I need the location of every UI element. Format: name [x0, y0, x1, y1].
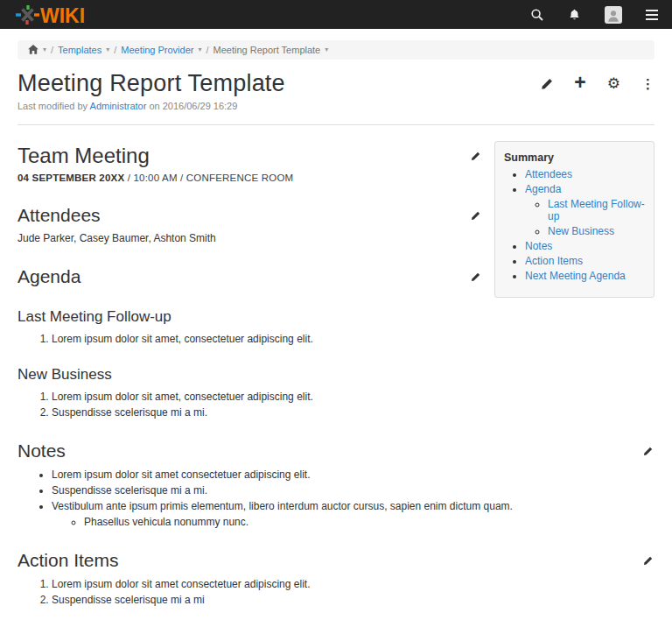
edit-page-button[interactable] — [541, 78, 553, 90]
breadcrumb-separator: / — [206, 45, 208, 55]
section-heading-attendees: Attendees — [18, 205, 101, 226]
edit-section-notes-button[interactable] — [641, 445, 654, 458]
document-content: Summary Attendees Agenda Last Meeting Fo… — [0, 125, 672, 620]
notifications-button[interactable] — [568, 8, 581, 22]
edit-section-team-meeting-button[interactable] — [469, 150, 482, 163]
breadcrumb-templates-caret[interactable]: ▾ — [106, 46, 109, 53]
avatar — [605, 6, 622, 24]
brand-text: WIKI — [40, 4, 85, 26]
pencil-icon — [643, 556, 653, 566]
last-modified-user-link[interactable]: Administrator — [90, 101, 147, 111]
list-item: Lorem ipsum dolor sit amet, consectetuer… — [52, 391, 654, 403]
drawer-menu-button[interactable] — [646, 10, 658, 20]
list-item: Lorem ipsum dolor sit amet consectetuer … — [52, 578, 654, 590]
summary-title: Summary — [504, 151, 647, 164]
list-item: Next Meeting Agenda — [525, 270, 647, 282]
breadcrumb-separator: / — [114, 45, 116, 55]
section-heading-action-items: Action Items — [18, 550, 119, 571]
list-item: Phasellus vehicula nonummy nunc. — [84, 516, 654, 528]
breadcrumb-item-meeting-provider[interactable]: Meeting Provider — [121, 45, 193, 55]
page-last-modified: Last modified by Administrator on 2016/0… — [18, 101, 654, 111]
meta-suffix: on 2016/06/29 16:29 — [149, 101, 237, 111]
list-item: Suspendisse scelerisque mi a mi. — [52, 484, 654, 497]
create-page-button[interactable]: + — [574, 73, 585, 93]
home-icon — [28, 45, 38, 54]
summary-link-agenda[interactable]: Agenda — [525, 183, 561, 195]
bell-icon — [568, 8, 581, 22]
section-heading-last-meeting-follow-up: Last Meeting Follow-up — [18, 308, 654, 326]
section-heading-new-business: New Business — [18, 366, 654, 384]
header-actions: + ⚙ ⋮ — [541, 74, 654, 93]
pencil-icon — [643, 447, 653, 456]
search-icon — [530, 8, 544, 22]
breadcrumb-home-caret[interactable]: ▾ — [43, 46, 46, 53]
xwiki-logo-icon: WIKI — [14, 4, 89, 26]
summary-link-last-meeting-follow-up[interactable]: Last Meeting Follow-up — [548, 198, 645, 222]
hamburger-icon — [646, 10, 658, 11]
list-item: Notes — [525, 240, 647, 252]
user-menu-button[interactable] — [605, 6, 622, 24]
summary-panel: Summary Attendees Agenda Last Meeting Fo… — [494, 141, 654, 298]
list-item: Lorem ipsum dolor sit amet, consectetuer… — [52, 333, 654, 345]
pencil-icon — [471, 272, 480, 282]
page-title: Meeting Report Template — [18, 70, 285, 97]
page-header: Meeting Report Template + ⚙ ⋮ Last modif… — [0, 60, 672, 111]
summary-link-next-meeting-agenda[interactable]: Next Meeting Agenda — [525, 270, 626, 282]
list-item: Attendees — [525, 168, 647, 180]
list-item: Agenda Last Meeting Follow-up New Busine… — [525, 183, 647, 237]
settings-button[interactable]: ⚙ — [607, 76, 620, 91]
breadcrumb-item-current: Meeting Report Template — [214, 45, 321, 55]
list-item: New Business — [548, 225, 647, 237]
edit-section-action-items-button[interactable] — [641, 554, 654, 567]
pencil-icon — [471, 151, 480, 161]
breadcrumb-meeting-provider-caret[interactable]: ▾ — [198, 46, 201, 53]
breadcrumb-home-link[interactable] — [28, 45, 38, 56]
pencil-icon — [471, 211, 480, 221]
breadcrumb-item-templates[interactable]: Templates — [58, 45, 102, 55]
section-heading-team-meeting: Team Meeting — [18, 144, 150, 168]
search-button[interactable] — [530, 8, 544, 22]
list-item: Vestibulum ante ipsum primis elementum, … — [52, 500, 654, 528]
meta-prefix: Last modified by — [18, 101, 88, 111]
pencil-icon — [541, 78, 553, 90]
list-item: Suspendisse scelerisque mi a mi. — [52, 406, 654, 419]
edit-section-agenda-button[interactable] — [469, 271, 482, 284]
list-item: Last Meeting Follow-up — [548, 198, 647, 222]
summary-link-new-business[interactable]: New Business — [548, 225, 614, 237]
meeting-date: 04 SEPTEMBER 20XX — [18, 173, 124, 183]
breadcrumb: ▾ / Templates ▾ / Meeting Provider ▾ / M… — [18, 40, 654, 60]
section-heading-agenda: Agenda — [18, 266, 80, 287]
breadcrumb-separator: / — [51, 45, 53, 55]
summary-link-attendees[interactable]: Attendees — [525, 168, 572, 180]
meeting-time-location: / 10:00 AM / CONFERENCE ROOM — [128, 173, 294, 183]
top-navbar: WIKI — [0, 0, 672, 29]
xwiki-logo[interactable]: WIKI — [14, 4, 89, 26]
list-item: Action Items — [525, 255, 647, 267]
summary-link-notes[interactable]: Notes — [525, 240, 552, 252]
more-actions-button[interactable]: ⋮ — [641, 77, 654, 90]
edit-section-attendees-button[interactable] — [469, 209, 482, 222]
list-item: Suspendisse scelerisque mi a mi — [52, 594, 654, 606]
list-item: Lorem ipsum dolor sit amet consectetuer … — [52, 469, 654, 481]
summary-link-action-items[interactable]: Action Items — [525, 255, 583, 267]
breadcrumb-current-caret[interactable]: ▾ — [325, 46, 328, 53]
section-heading-notes: Notes — [18, 440, 66, 461]
user-icon — [606, 8, 621, 24]
